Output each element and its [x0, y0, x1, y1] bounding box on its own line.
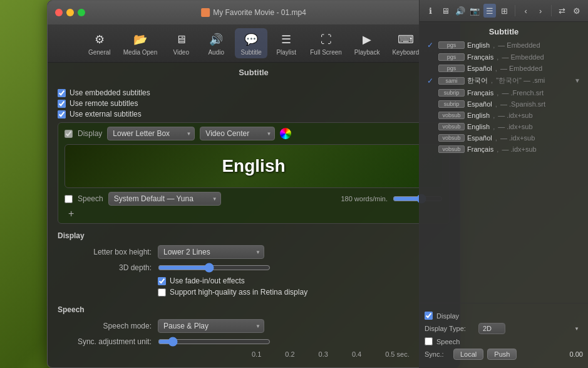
rp-settings-icon[interactable]: ⚙: [570, 4, 583, 18]
sync-unit-labels: 0.1 0.2 0.3 0.4 0.5 sec.: [58, 350, 450, 358]
speech-row-preview: Speech System Default — Yuna 180 words/m…: [64, 192, 443, 206]
subtitle-item-8[interactable]: vobsub Español , — .idx+sub: [425, 132, 583, 144]
minimize-button[interactable]: [66, 9, 74, 16]
sub-info-8: Español , — .idx+sub: [467, 134, 580, 142]
three-d-depth-slider[interactable]: [158, 263, 271, 273]
rp-display-row: Display: [425, 312, 583, 320]
toolbar-item-playlist[interactable]: ☰ Playlist: [270, 28, 302, 58]
subtitle-item-7[interactable]: vobsub English , — .idx+sub: [425, 121, 583, 132]
color-picker[interactable]: [280, 128, 291, 139]
sub-type-0: pgs: [438, 41, 465, 49]
rp-info-icon[interactable]: ℹ: [425, 4, 437, 18]
app-icon: [201, 8, 210, 17]
toolbar-item-playback[interactable]: ▶ Playback: [349, 28, 385, 58]
sync-unit-row: Sync. adjustment unit:: [58, 337, 450, 347]
title-bar: My Favorite Movie - 01.mp4: [48, 1, 460, 24]
subtitle-item-3[interactable]: ✓ sami 한국어 , "한국어" — .smi ▼: [425, 74, 583, 87]
window-title: My Favorite Movie - 01.mp4: [201, 8, 306, 17]
toolbar-item-subtitle[interactable]: 💬 Subtitle: [235, 28, 267, 58]
rp-sync-row: Sync.: Local Push 0.00: [425, 349, 583, 360]
subtitle-item-6[interactable]: vobsub English , — .idx+sub: [425, 110, 583, 121]
toolbar-item-general[interactable]: ⚙ General: [83, 28, 116, 58]
keyboard-icon: ⌨: [397, 31, 415, 48]
rp-display-type-row: Display Type: 2D 3D: [425, 323, 583, 334]
toolbar-item-media-open[interactable]: 📂 Media Open: [118, 28, 162, 58]
subtitle-list: ✓ pgs English , — Embedded pgs Français …: [420, 39, 588, 303]
display-checkbox[interactable]: [64, 130, 73, 138]
sub-info-2: Español , — Embedded: [467, 65, 580, 72]
speech-voice-select[interactable]: System Default — Yuna: [108, 192, 221, 206]
toolbar-item-full-screen[interactable]: ⛶ Full Screen: [305, 28, 347, 58]
rp-separator-1: [515, 5, 515, 16]
full-screen-icon: ⛶: [317, 31, 335, 48]
rp-speech-row: Speech: [425, 337, 583, 345]
right-panel: ℹ 🖥 🔊 📷 ☰ ⊞ ‹ › ⇄ ⚙ Subtitle ✓ pgs Engli…: [419, 0, 588, 368]
preview-subtitle-text: English: [222, 156, 285, 176]
high-quality-checkbox[interactable]: [158, 288, 166, 297]
rp-audio-icon[interactable]: 🔊: [454, 4, 467, 18]
letter-box-select[interactable]: Lower Letter Box: [107, 127, 195, 140]
video-center-select[interactable]: Video Center: [200, 127, 275, 140]
sub-expand-3[interactable]: ▼: [574, 77, 580, 84]
rp-forward-icon[interactable]: ›: [535, 4, 547, 18]
rp-grid-icon[interactable]: ⊞: [498, 4, 511, 18]
rp-back-icon[interactable]: ‹: [520, 4, 532, 18]
sub-type-1: pgs: [438, 53, 465, 61]
letter-box-height-wrapper: Lower 2 Lines Lower 1 Line Lower 3 Lines: [158, 245, 264, 259]
speech-mode-wrapper: Pause & Play Play Pause: [158, 319, 264, 333]
use-remote-row: Use remote subtitles: [58, 99, 450, 108]
subtitle-item-4[interactable]: subrip Français , — .French.srt: [425, 87, 583, 98]
sub-type-9: vobsub: [438, 145, 465, 153]
toolbar: ⚙ General 📂 Media Open 🖥 Video 🔊 Audio 💬…: [48, 24, 460, 63]
sub-type-7: vobsub: [438, 123, 465, 130]
fade-effect-row: Use fade-in/out effects: [58, 276, 450, 285]
speech-mode-select[interactable]: Pause & Play Play Pause: [158, 319, 264, 333]
letter-box-height-select[interactable]: Lower 2 Lines Lower 1 Line Lower 3 Lines: [158, 245, 264, 259]
audio-icon: 🔊: [207, 31, 225, 48]
rp-shuffle-icon[interactable]: ⇄: [556, 4, 569, 18]
sub-info-7: English , — .idx+sub: [467, 123, 580, 130]
rp-display-icon[interactable]: 🖥: [440, 4, 452, 18]
rp-sync-value: 0.00: [570, 350, 583, 358]
three-d-depth-row: 3D depth:: [58, 263, 450, 273]
rp-sync-push-button[interactable]: Push: [487, 349, 517, 360]
maximize-button[interactable]: [78, 9, 85, 16]
toolbar-item-video[interactable]: 🖥 Video: [165, 28, 197, 58]
add-button[interactable]: +: [64, 208, 78, 219]
high-quality-row: Support high-quality ass in Retina displ…: [58, 288, 450, 297]
speech-checkbox-preview[interactable]: [64, 195, 73, 203]
rp-display-type-wrapper: 2D 3D: [478, 323, 583, 334]
subtitle-item-0[interactable]: ✓ pgs English , — Embedded: [425, 39, 583, 51]
letter-box-height-row: Letter box height: Lower 2 Lines Lower 1…: [58, 245, 450, 259]
use-remote-checkbox[interactable]: [58, 100, 66, 108]
video-icon: 🖥: [172, 31, 190, 48]
letter-box-wrapper: Lower Letter Box: [107, 127, 195, 140]
rp-display-checkbox[interactable]: [425, 312, 433, 320]
use-external-checkbox[interactable]: [58, 110, 66, 118]
use-external-row: Use external subtitles: [58, 110, 450, 118]
general-icon: ⚙: [91, 31, 108, 48]
rp-speech-checkbox[interactable]: [425, 337, 433, 345]
sub-type-5: subrip: [438, 100, 465, 108]
rp-display-type-select[interactable]: 2D 3D: [478, 323, 505, 334]
sub-info-3: 한국어 , "한국어" — .smi: [467, 76, 572, 85]
traffic-lights: [55, 9, 85, 16]
rp-list-icon[interactable]: ☰: [483, 4, 496, 18]
sub-info-5: Español , — .Spanish.srt: [467, 100, 580, 108]
close-button[interactable]: [55, 9, 63, 16]
use-embedded-checkbox[interactable]: [58, 89, 66, 97]
fade-effect-checkbox[interactable]: [158, 277, 166, 285]
sub-info-1: Français , — Embedded: [467, 53, 580, 61]
sub-info-4: Français , — .French.srt: [467, 89, 580, 97]
rp-sync-local-button[interactable]: Local: [453, 349, 483, 360]
toolbar-item-audio[interactable]: 🔊 Audio: [200, 28, 232, 58]
subtitle-item-5[interactable]: subrip Español , — .Spanish.srt: [425, 98, 583, 110]
media-open-icon: 📂: [132, 31, 149, 48]
subtitle-item-2[interactable]: pgs Español , — Embedded: [425, 63, 583, 74]
content-area: Use embedded subtitles Use remote subtit…: [48, 80, 460, 367]
sub-check-0: ✓: [427, 41, 436, 50]
rp-video-icon[interactable]: 📷: [469, 4, 482, 18]
subtitle-item-9[interactable]: vobsub Français , — .idx+sub: [425, 144, 583, 155]
sync-unit-slider[interactable]: [158, 337, 271, 347]
subtitle-item-1[interactable]: pgs Français , — Embedded: [425, 51, 583, 63]
